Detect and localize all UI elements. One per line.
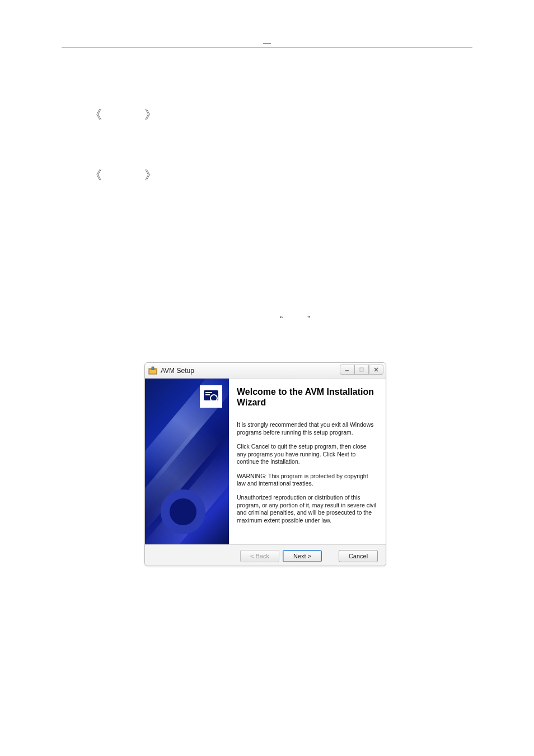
installer-dialog: AVM Setup (144, 362, 386, 566)
angle-bracket-left: 《 (90, 167, 102, 184)
wizard-content: Welcome to the AVM Installation Wizard I… (229, 379, 386, 544)
wizard-para: WARNING: This program is protected by co… (237, 473, 377, 488)
wizard-side-panel (145, 379, 229, 544)
installer-box-icon (148, 366, 157, 375)
close-button[interactable] (369, 365, 383, 375)
cancel-button[interactable]: Cancel (339, 550, 378, 562)
wizard-para: Unauthorized reproduction or distributio… (237, 494, 377, 524)
next-button[interactable]: Next > (283, 550, 322, 562)
window-controls (340, 365, 383, 375)
quote-right: ” (307, 315, 310, 325)
header-rule (62, 48, 472, 48)
svg-line-9 (216, 400, 218, 403)
angle-bracket-right: 》 (144, 167, 157, 184)
back-button: < Back (240, 550, 279, 562)
wizard-heading: Welcome to the AVM Installation Wizard (237, 386, 377, 408)
dialog-body: Welcome to the AVM Installation Wizard I… (145, 379, 386, 544)
svg-rect-10 (205, 392, 212, 393)
svg-rect-2 (152, 367, 154, 370)
wizard-para: Click Cancel to quit the setup program, … (237, 443, 377, 465)
svg-rect-11 (205, 394, 210, 395)
header-dash: — (263, 38, 271, 47)
maximize-button (354, 365, 369, 375)
quote-left: “ (280, 315, 283, 325)
wizard-button-bar: < Back Next > Cancel (145, 544, 386, 566)
svg-rect-4 (360, 368, 363, 371)
wizard-para: It is strongly recommended that you exit… (237, 421, 377, 436)
window-title: AVM Setup (161, 367, 194, 375)
installer-graphic-icon (200, 385, 222, 408)
angle-bracket-right: 》 (144, 106, 157, 123)
angle-bracket-left: 《 (90, 106, 102, 123)
minimize-button[interactable] (340, 365, 354, 375)
titlebar[interactable]: AVM Setup (145, 363, 386, 379)
